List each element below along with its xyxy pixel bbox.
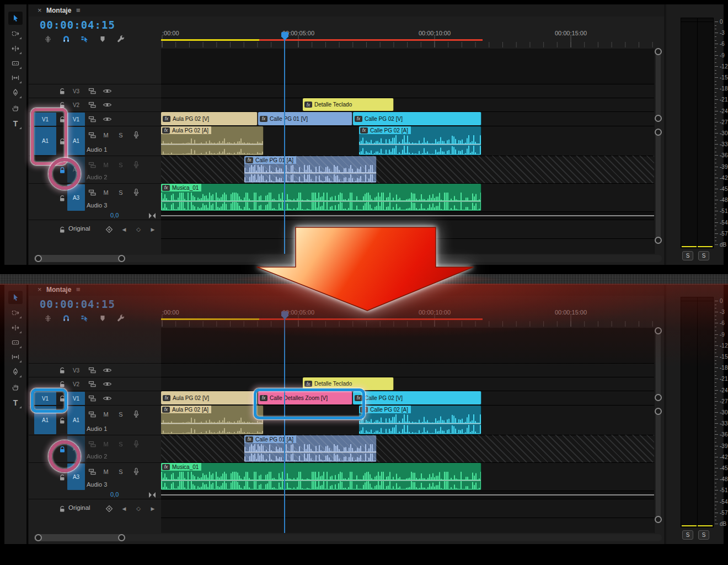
timeline-audio-clip[interactable]: fxMusica_01 xyxy=(161,184,481,211)
razor-tool[interactable] xyxy=(8,336,23,349)
track-target-a3[interactable]: A3 xyxy=(67,184,85,211)
panel-menu-icon[interactable]: ≡ xyxy=(76,6,81,14)
ripple-edit-tool[interactable] xyxy=(8,321,23,334)
lock-track-toggle[interactable] xyxy=(57,472,66,483)
voiceover-record-button[interactable] xyxy=(131,187,141,198)
source-patch-v1[interactable]: V1 xyxy=(34,392,56,406)
type-tool[interactable]: T xyxy=(8,117,23,130)
track-label-a1[interactable]: Audio 1 xyxy=(87,425,107,432)
slip-tool[interactable] xyxy=(8,71,23,84)
toggle-track-output[interactable] xyxy=(102,98,112,111)
audio-meter[interactable] xyxy=(681,18,714,248)
timeline-audio-clip[interactable]: fxAula PG 02 [A] xyxy=(161,126,264,155)
voiceover-record-button[interactable] xyxy=(131,439,141,450)
track-target-a2[interactable]: A2 xyxy=(67,157,85,183)
zoom-range-bar[interactable] xyxy=(34,255,125,262)
lock-track-toggle[interactable] xyxy=(57,377,66,391)
lock-track-toggle-locked[interactable] xyxy=(57,164,66,175)
zoom-handle-left[interactable] xyxy=(35,534,42,541)
solo-track-button[interactable]: S xyxy=(116,130,126,141)
track-target-v1[interactable]: V1 xyxy=(67,113,85,126)
track-target-a1[interactable]: A1 xyxy=(67,127,85,155)
timeline-clip[interactable]: fxDetalle Teclado xyxy=(303,377,394,390)
sequence-settings-button[interactable] xyxy=(42,33,54,45)
track-label-a2[interactable]: Audio 2 xyxy=(87,453,107,460)
toggle-track-output[interactable] xyxy=(102,377,112,391)
video-scroll-handle-bottom[interactable] xyxy=(655,394,662,401)
track-name-v3[interactable]: V3 xyxy=(67,364,85,377)
voiceover-record-button[interactable] xyxy=(131,159,141,170)
source-patch-a1[interactable]: A1 xyxy=(34,406,56,434)
video-scroll-handle-bottom[interactable] xyxy=(655,115,662,122)
video-scroll-handle-top[interactable] xyxy=(655,327,662,334)
next-keyframe-button[interactable]: ▶ xyxy=(149,220,157,238)
zoom-handle-right[interactable] xyxy=(118,534,125,541)
solo-track-button[interactable]: S xyxy=(116,159,126,170)
track-label-a3[interactable]: Audio 3 xyxy=(87,202,107,209)
sequence-tab-title[interactable]: Montaje xyxy=(46,7,71,14)
timeline-audio-clip[interactable]: fxCalle PG 01 [A] xyxy=(244,156,377,183)
sync-lock-toggle[interactable] xyxy=(87,391,97,405)
voiceover-record-button[interactable] xyxy=(131,409,141,420)
mute-track-button[interactable]: M xyxy=(101,187,111,198)
horizontal-scrollbar[interactable] xyxy=(34,534,662,541)
master-pan-value[interactable]: 0,0 xyxy=(110,212,119,218)
timeline-audio-clip[interactable]: fxCalle PG 02 [A] xyxy=(359,126,481,155)
lock-track-toggle[interactable] xyxy=(57,98,66,111)
zoom-handle-left[interactable] xyxy=(35,255,42,262)
zoom-handle-right[interactable] xyxy=(118,255,125,262)
solo-right-channel-button[interactable]: S xyxy=(698,251,709,260)
keyframe-indicator[interactable]: ◇ xyxy=(135,499,142,518)
source-patch-a1[interactable]: A1 xyxy=(34,127,56,155)
voiceover-record-button[interactable] xyxy=(131,466,141,477)
previous-keyframe-button[interactable]: ◀ xyxy=(120,499,128,518)
lock-track-toggle[interactable] xyxy=(57,364,66,377)
voiceover-record-button[interactable] xyxy=(131,130,141,141)
master-pan-value[interactable]: 0,0 xyxy=(110,491,119,498)
hand-tool[interactable] xyxy=(8,102,23,115)
sync-lock-toggle[interactable] xyxy=(87,98,97,111)
zoom-range-bar[interactable] xyxy=(34,534,125,541)
timeline-clip[interactable]: fxCalle PG 02 [V] xyxy=(353,112,481,125)
razor-tool[interactable] xyxy=(8,57,23,70)
solo-right-channel-button[interactable]: S xyxy=(698,530,709,540)
audio-tracks-scrollbar[interactable] xyxy=(656,411,661,520)
timeline-clip[interactable]: fxCalle PG 01 [V] xyxy=(258,112,352,125)
sync-lock-toggle[interactable] xyxy=(87,466,97,477)
sequence-settings-button[interactable] xyxy=(42,312,54,324)
timeline-audio-clip[interactable]: fxAula PG 02 [A] xyxy=(161,406,264,434)
playhead-line[interactable] xyxy=(284,318,285,533)
toggle-track-output[interactable] xyxy=(102,364,112,377)
sync-lock-toggle[interactable] xyxy=(87,130,97,141)
track-label-a1[interactable]: Audio 1 xyxy=(87,146,107,153)
sequence-tab-title[interactable]: Montaje xyxy=(46,286,71,294)
timeline-clip[interactable]: fxDetalle Teclado xyxy=(303,98,394,111)
snap-button[interactable] xyxy=(60,33,72,45)
video-scroll-handle-top[interactable] xyxy=(655,48,662,55)
add-keyframe-button[interactable] xyxy=(105,499,114,518)
sync-lock-toggle[interactable] xyxy=(87,187,97,198)
keyframe-indicator[interactable]: ◇ xyxy=(135,220,142,238)
lock-track-toggle[interactable] xyxy=(57,136,66,147)
lock-track-toggle[interactable] xyxy=(57,391,66,405)
timeline-audio-clip[interactable]: fxMusica_01 xyxy=(161,463,481,490)
sync-lock-toggle[interactable] xyxy=(87,439,97,450)
sync-lock-toggle[interactable] xyxy=(87,159,97,170)
track-label-a3[interactable]: Audio 3 xyxy=(87,481,107,488)
video-tracks-scrollbar[interactable] xyxy=(656,51,661,119)
lock-track-toggle[interactable] xyxy=(57,112,66,126)
mute-track-button[interactable]: M xyxy=(101,439,111,450)
lock-track-toggle[interactable] xyxy=(57,499,66,518)
audio-scroll-handle-bottom[interactable] xyxy=(655,516,662,523)
mute-track-button[interactable]: M xyxy=(101,130,111,141)
linked-selection-button[interactable] xyxy=(78,33,90,45)
pen-tool[interactable] xyxy=(8,365,23,379)
lock-track-toggle[interactable] xyxy=(57,193,66,204)
playhead-line[interactable] xyxy=(284,39,285,254)
track-name-v2[interactable]: V2 xyxy=(67,98,85,111)
slip-tool[interactable] xyxy=(8,350,23,364)
selection-tool[interactable] xyxy=(8,291,23,304)
previous-keyframe-button[interactable]: ◀ xyxy=(120,220,128,238)
add-marker-button[interactable] xyxy=(97,312,109,324)
sync-lock-toggle[interactable] xyxy=(87,377,97,391)
